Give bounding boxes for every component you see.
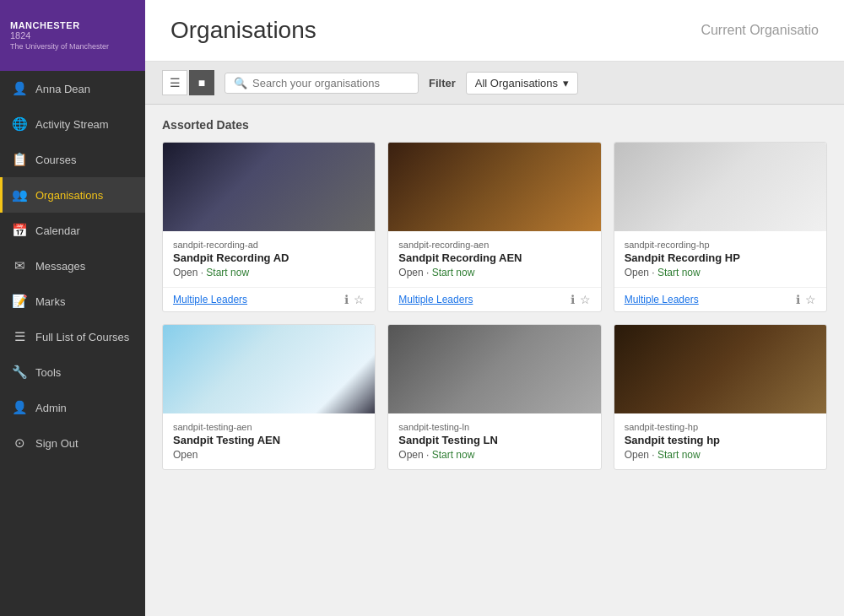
sidebar-signout-label: Sign Out xyxy=(35,437,78,450)
sidebar-item-admin[interactable]: 👤 Admin xyxy=(0,390,145,425)
card-code: sandpit-testing-aen xyxy=(173,422,365,432)
fulllist-icon: ☰ xyxy=(12,329,27,344)
search-icon: 🔍 xyxy=(234,77,247,89)
card-name: Sandpit Recording HP xyxy=(625,251,816,264)
content-area: Assorted Dates sandpit-recording-ad Sand… xyxy=(145,105,844,616)
card-body: sandpit-testing-ln Sandpit Testing LN Op… xyxy=(388,413,600,469)
card-code: sandpit-testing-hp xyxy=(625,422,816,432)
sidebar-organisations-label: Organisations xyxy=(35,189,103,202)
start-now-link[interactable]: Start now xyxy=(206,267,249,278)
start-now-link[interactable]: Start now xyxy=(432,267,475,278)
sidebar: MANCHESTER 1824 The University of Manche… xyxy=(0,0,145,616)
sidebar-item-marks[interactable]: 📝 Marks xyxy=(0,284,145,319)
card-status: Open · Start now xyxy=(625,267,816,278)
card-sandpit-recording-ad[interactable]: sandpit-recording-ad Sandpit Recording A… xyxy=(162,142,376,312)
card-footer: Multiple Leaders ℹ ☆ xyxy=(388,287,600,311)
card-sandpit-testing-hp[interactable]: sandpit-testing-hp Sandpit testing hp Op… xyxy=(614,324,827,470)
info-icon[interactable]: ℹ xyxy=(571,293,575,306)
filter-value: All Organisations xyxy=(475,77,558,89)
card-actions: ℹ ☆ xyxy=(344,293,365,306)
sidebar-fulllist-label: Full List of Courses xyxy=(35,331,129,343)
card-sandpit-testing-ln[interactable]: sandpit-testing-ln Sandpit Testing LN Op… xyxy=(387,324,601,470)
card-status: Open · Start now xyxy=(173,267,365,278)
sidebar-messages-label: Messages xyxy=(35,260,85,273)
section-title: Assorted Dates xyxy=(162,118,827,132)
image-overlay xyxy=(614,325,826,413)
card-image-sandpit-recording-aen xyxy=(388,143,600,231)
sidebar-item-signout[interactable]: ⊙ Sign Out xyxy=(0,425,145,461)
sidebar-item-fulllist[interactable]: ☰ Full List of Courses xyxy=(0,319,145,354)
admin-icon: 👤 xyxy=(12,400,27,415)
card-sandpit-testing-aen[interactable]: sandpit-testing-aen Sandpit Testing AEN … xyxy=(162,324,376,470)
sidebar-item-messages[interactable]: ✉ Messages xyxy=(0,248,145,284)
star-icon[interactable]: ☆ xyxy=(580,293,591,306)
card-actions: ℹ ☆ xyxy=(796,293,816,306)
card-body: sandpit-testing-hp Sandpit testing hp Op… xyxy=(614,413,826,469)
start-now-link[interactable]: Start now xyxy=(657,449,701,461)
card-body: sandpit-testing-aen Sandpit Testing AEN … xyxy=(163,413,375,469)
logo-subtitle: The University of Manchester xyxy=(10,42,135,51)
start-now-link[interactable]: Start now xyxy=(432,449,475,461)
card-status: Open · Start now xyxy=(625,449,816,461)
toolbar: ☰ ■ 🔍 Filter All Organisations ▾ xyxy=(145,62,844,105)
sidebar-nav: 👤 Anna Dean 🌐 Activity Stream 📋 Courses … xyxy=(0,71,145,616)
multiple-leaders-link[interactable]: Multiple Leaders xyxy=(173,294,247,305)
image-overlay xyxy=(163,143,375,231)
sidebar-marks-label: Marks xyxy=(35,295,65,308)
image-overlay xyxy=(388,143,600,231)
sidebar-calendar-label: Calendar xyxy=(35,224,80,237)
list-view-button[interactable]: ☰ xyxy=(162,70,187,95)
view-toggle: ☰ ■ xyxy=(162,70,214,95)
sidebar-item-user[interactable]: 👤 Anna Dean xyxy=(0,71,145,106)
info-icon[interactable]: ℹ xyxy=(796,293,800,306)
sidebar-item-calendar[interactable]: 📅 Calendar xyxy=(0,213,145,248)
tools-icon: 🔧 xyxy=(12,365,27,380)
card-code: sandpit-testing-ln xyxy=(398,422,590,432)
filter-label: Filter xyxy=(429,77,456,89)
sidebar-item-courses[interactable]: 📋 Courses xyxy=(0,142,145,177)
card-name: Sandpit Testing LN xyxy=(398,434,590,446)
image-overlay xyxy=(614,143,826,231)
card-status: Open xyxy=(173,449,365,461)
card-image-sandpit-recording-ad xyxy=(163,143,375,231)
card-name: Sandpit Testing AEN xyxy=(173,434,365,446)
card-sandpit-recording-hp[interactable]: sandpit-recording-hp Sandpit Recording H… xyxy=(614,142,827,312)
sidebar-item-tools[interactable]: 🔧 Tools xyxy=(0,354,145,390)
card-body: sandpit-recording-aen Sandpit Recording … xyxy=(388,231,600,287)
page-header: Organisations Current Organisatio xyxy=(145,0,844,62)
start-now-link[interactable]: Start now xyxy=(657,267,701,278)
filter-dropdown[interactable]: All Organisations ▾ xyxy=(466,72,578,95)
page-title: Organisations xyxy=(170,17,316,44)
star-icon[interactable]: ☆ xyxy=(805,293,816,306)
courses-icon: 📋 xyxy=(12,152,27,167)
logo-manchester-text: MANCHESTER xyxy=(10,20,135,30)
multiple-leaders-link[interactable]: Multiple Leaders xyxy=(398,294,473,305)
list-view-icon: ☰ xyxy=(170,76,181,89)
signout-icon: ⊙ xyxy=(12,435,27,451)
card-status: Open · Start now xyxy=(398,449,590,461)
image-overlay xyxy=(388,325,600,413)
marks-icon: 📝 xyxy=(12,294,27,309)
card-code: sandpit-recording-aen xyxy=(398,240,590,250)
card-status: Open · Start now xyxy=(398,267,590,278)
card-body: sandpit-recording-hp Sandpit Recording H… xyxy=(614,231,826,287)
info-icon[interactable]: ℹ xyxy=(344,293,349,306)
card-sandpit-recording-aen[interactable]: sandpit-recording-aen Sandpit Recording … xyxy=(387,142,601,312)
university-logo: MANCHESTER 1824 The University of Manche… xyxy=(0,0,145,71)
card-actions: ℹ ☆ xyxy=(571,293,591,306)
sidebar-item-activity[interactable]: 🌐 Activity Stream xyxy=(0,106,145,142)
card-name: Sandpit Recording AD xyxy=(173,251,365,264)
card-footer: Multiple Leaders ℹ ☆ xyxy=(163,287,375,311)
card-image-sandpit-testing-aen xyxy=(163,325,375,413)
user-icon: 👤 xyxy=(12,81,27,96)
search-box: 🔍 xyxy=(225,73,419,94)
multiple-leaders-link[interactable]: Multiple Leaders xyxy=(625,294,699,305)
sidebar-courses-label: Courses xyxy=(35,154,76,166)
main-content: Organisations Current Organisatio ☰ ■ 🔍 … xyxy=(145,0,844,616)
search-input[interactable] xyxy=(252,77,409,89)
sidebar-item-organisations[interactable]: 👥 Organisations xyxy=(0,177,145,213)
card-image-sandpit-testing-ln xyxy=(388,325,600,413)
sidebar-user-label: Anna Dean xyxy=(35,83,90,95)
grid-view-button[interactable]: ■ xyxy=(189,70,214,95)
star-icon[interactable]: ☆ xyxy=(354,293,365,306)
